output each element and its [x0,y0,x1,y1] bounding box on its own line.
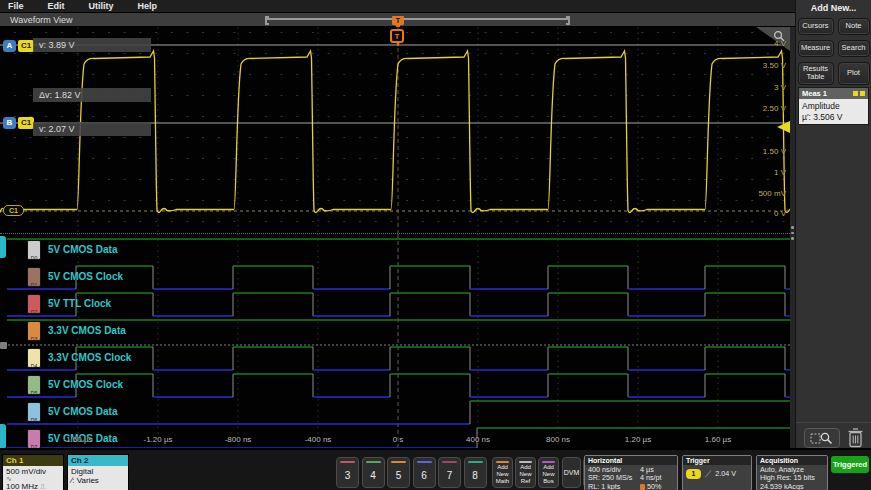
horizontal-panel[interactable]: Horizontal 400 ns/div4 µsSR: 250 MS/s4 n… [584,455,678,490]
measurement-name: Amplitude [802,101,865,112]
zoom-tool-button[interactable] [804,428,840,448]
channel-4-button[interactable]: 4 [362,457,385,488]
measurement-value: µ′: 3.506 V [802,112,865,123]
cursor-delta-readout: Δv: 1.82 V [33,88,151,102]
acquisition-panel[interactable]: Acquisition Auto, AnalyzeHigh Res: 15 bi… [756,455,828,490]
channel-3-button[interactable]: 3 [336,457,359,488]
measurement-badge-header: Meas 1 [799,88,868,99]
digital-channel-badge-d6[interactable]: D6 [27,402,41,422]
menu-item-utility[interactable]: Utility [89,1,114,11]
menu-item-help[interactable]: Help [138,1,158,11]
horizontal-setting: 50% [640,483,674,490]
voltage-scale-label: 1 V [774,168,786,177]
channel1-title: Ch 1 [3,455,63,466]
digital-waveform-pane[interactable]: D05V CMOS DataD15V CMOS ClockD25V TTL Cl… [0,233,790,448]
cursor-b-readout: v: 2.07 V [33,122,151,136]
voltage-scale-label: 4 V [774,39,786,48]
add-new-plot-button[interactable]: Plot [838,62,870,85]
trigger-panel-body: 1 ⟋ 2.04 V [683,468,751,480]
digital-channel-label-d1: 5V CMOS Clock [48,271,123,282]
channel-color-stripe [340,461,355,464]
cursor-a-badges[interactable]: A C1 [3,40,34,52]
add-new-button-grid: CursorsNoteMeasureSearchResults TablePlo… [796,18,871,85]
voltage-scale-label: 500 mV [758,189,786,198]
menu-bar: FileEditUtilityHelp [0,0,871,13]
analog-waveform-pane[interactable]: T A C1 v: 3.89 V Δv: 1.82 V B C1 v: 2.07… [0,27,790,233]
acquisition-panel-body: Auto, AnalyzeHigh Res: 15 bits24.539 kAc… [757,465,827,490]
channel1-badge[interactable]: Ch 1 500 mV/div ∿ 100 MHz ⎍ [2,454,64,490]
time-axis-label: 0 s [393,435,404,444]
digital-channel-badge-d1[interactable]: D1 [27,267,41,287]
cursor-a-source-badge[interactable]: C1 [18,40,34,52]
channel-color-stripe [417,461,432,464]
cursor-b-badges[interactable]: B C1 [3,117,34,129]
pane-splitter-handle[interactable] [791,226,794,246]
position-bar-left-bracket [265,16,269,25]
digital-channel-badge-d7[interactable]: D7 [27,429,41,449]
digital-channel-label-d4: 3.3V CMOS Clock [48,352,131,363]
horizontal-setting: RL: 1 kpts [588,483,640,490]
oscilloscope-screen: FileEditUtilityHelp Waveform View T T A … [0,0,871,490]
acquisition-setting: 24.539 kAcqs [760,483,824,490]
channel1-scale: 500 mV/div [6,467,60,476]
digital-channel-badge-d4[interactable]: D4 [27,348,41,368]
channel-color-stripe [496,461,509,464]
view-tab-bar: Waveform View T [0,13,795,27]
measurement-flag-icon [860,91,865,96]
voltage-scale-label: 2.50 V [763,104,786,113]
channel-color-stripe [468,461,483,464]
digital-channel-label-d5: 5V CMOS Clock [48,379,123,390]
digital-channel-badge-d0[interactable]: D0 [27,240,41,260]
add-new-measure-button[interactable]: Measure [798,40,834,57]
voltage-scale-label: 3 V [774,83,786,92]
measurement-badge-body: Amplitude µ′: 3.506 V [799,99,868,124]
digital-group-handle-bottom[interactable] [0,424,6,449]
channel1-settings: 500 mV/div ∿ 100 MHz ⎍ [3,466,63,490]
digital-channel-badge-d2[interactable]: D2 [27,294,41,314]
bandwidth-limit-icon: ⎍ [40,483,45,490]
trash-icon[interactable] [847,427,864,448]
add-new-results-table-button[interactable]: Results Table [798,62,834,85]
cursor-a-badge[interactable]: A [3,40,16,52]
time-axis-label: -1.20 µs [143,435,172,444]
voltage-scale-label: 0 V [774,209,786,218]
channel-color-stripe [542,461,555,464]
record-position-icon [640,484,645,490]
digital-channel-badge-d5[interactable]: D5 [27,375,41,395]
cursor-b-source-badge[interactable]: C1 [18,117,34,129]
time-axis-label: -1.60 µs [63,435,92,444]
channel2-badge[interactable]: Ch 2 Digital ∕: Varies [67,454,129,490]
time-axis-label: 1.60 µs [705,435,731,444]
cursor-b-badge[interactable]: B [3,117,16,129]
trigger-panel-title: Trigger [683,456,751,465]
time-axis-label: -400 ns [305,435,332,444]
add-new-search-button[interactable]: Search [838,40,870,57]
add-new-note-button[interactable]: Note [838,18,870,35]
trigger-level-value: 2.04 V [715,470,736,478]
trigger-time-flag[interactable]: T [390,29,404,43]
measurement-badge[interactable]: Meas 1 Amplitude µ′: 3.506 V [798,87,869,125]
digital-group-handle-top[interactable] [0,236,6,258]
channel-7-button[interactable]: 7 [438,457,461,488]
trigger-position-marker[interactable]: T [392,16,404,25]
menu-item-edit[interactable]: Edit [48,1,65,11]
channel-color-stripe [442,461,457,464]
add-new-ref-button[interactable]: AddNewRef [515,457,536,488]
channel1-ground-marker[interactable]: C1 [3,205,24,216]
channel-5-button[interactable]: 5 [387,457,410,488]
channel-6-button[interactable]: 6 [413,457,436,488]
bottom-status-bar: Ch 1 500 mV/div ∿ 100 MHz ⎍ Ch 2 Digital… [0,448,871,490]
digital-channel-label-d3: 3.3V CMOS Data [48,325,126,336]
trigger-source-badge: 1 [686,469,701,479]
add-new-cursors-button[interactable]: Cursors [798,18,834,35]
trigger-panel[interactable]: Trigger 1 ⟋ 2.04 V [682,455,752,490]
channel-8-button[interactable]: 8 [464,457,487,488]
menu-item-file[interactable]: File [8,1,24,11]
dvm-button[interactable]: DVM [562,457,581,488]
triggered-status-indicator: Triggered [831,456,869,473]
digital-channel-badge-d3[interactable]: D3 [27,321,41,341]
add-new-bus-button[interactable]: AddNewBus [538,457,559,488]
add-new-math-button[interactable]: AddNewMath [492,457,513,488]
horizontal-position-bar[interactable]: T [265,18,570,23]
digital-waveform-plot [0,234,790,449]
